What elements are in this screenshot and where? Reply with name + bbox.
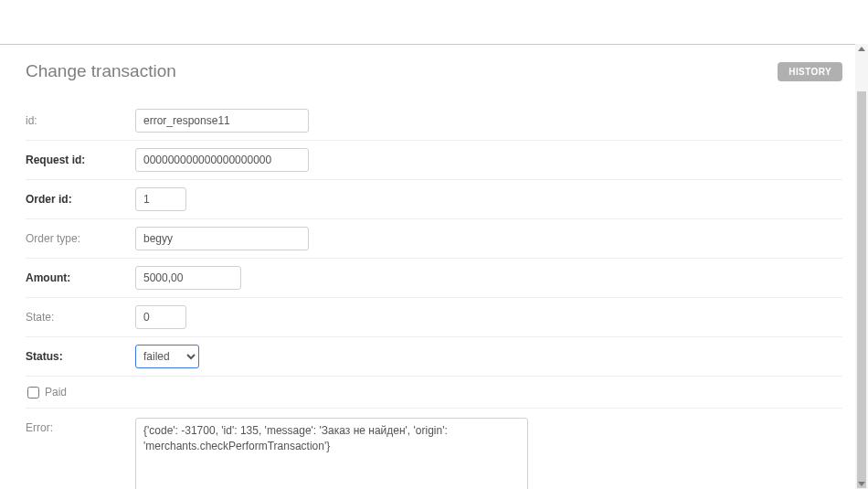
input-order-id[interactable] xyxy=(135,187,186,211)
input-amount[interactable] xyxy=(135,266,241,290)
label-error: Error: xyxy=(26,421,135,434)
label-status: Status: xyxy=(26,350,135,363)
scroll-down-icon[interactable] xyxy=(858,482,865,486)
label-state: State: xyxy=(26,311,135,324)
top-bar xyxy=(0,0,868,45)
history-button[interactable]: HISTORY xyxy=(778,62,842,81)
input-order-type[interactable] xyxy=(135,227,309,250)
row-state: State: xyxy=(26,298,842,337)
row-error: Error: xyxy=(26,409,842,489)
row-status: Status: failed xyxy=(26,337,842,377)
row-id: id: xyxy=(26,101,842,141)
input-state[interactable] xyxy=(135,305,186,329)
label-order-type: Order type: xyxy=(26,232,135,245)
scroll-up-icon[interactable] xyxy=(858,47,865,51)
textarea-error[interactable] xyxy=(135,418,528,489)
page-title: Change transaction xyxy=(26,61,176,81)
scroll-area: Change transaction HISTORY id: Request i… xyxy=(0,45,868,489)
header-row: Change transaction HISTORY xyxy=(26,61,842,81)
label-paid: Paid xyxy=(45,386,67,399)
content: Change transaction HISTORY id: Request i… xyxy=(0,45,868,489)
scrollbar-thumb[interactable] xyxy=(857,91,866,488)
input-id[interactable] xyxy=(135,109,309,133)
row-paid: Paid xyxy=(26,377,842,409)
label-amount: Amount: xyxy=(26,271,135,284)
row-request-id: Request id: xyxy=(26,141,842,180)
label-order-id: Order id: xyxy=(26,193,135,206)
row-amount: Amount: xyxy=(26,259,842,298)
input-request-id[interactable] xyxy=(135,148,309,172)
checkbox-paid[interactable] xyxy=(27,387,39,399)
label-request-id: Request id: xyxy=(26,154,135,166)
row-order-type: Order type: xyxy=(26,219,842,259)
row-order-id: Order id: xyxy=(26,180,842,219)
divider xyxy=(0,44,868,45)
scrollbar[interactable] xyxy=(855,44,868,489)
label-id: id: xyxy=(26,114,135,127)
select-status[interactable]: failed xyxy=(135,345,199,368)
